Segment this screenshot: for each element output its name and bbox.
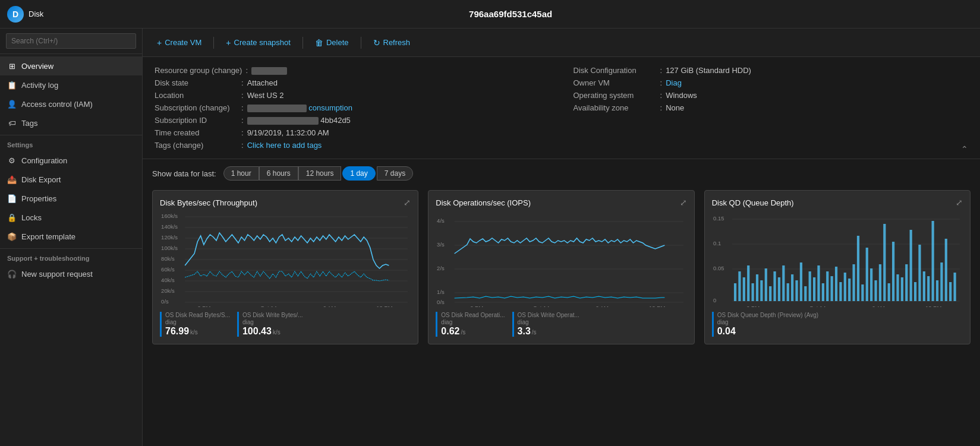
svg-rect-86	[918, 245, 921, 301]
sidebar-item-tags[interactable]: 🏷 Tags	[0, 113, 142, 132]
delete-button[interactable]: 🗑 Delete	[310, 36, 354, 50]
svg-text:140k/s: 140k/s	[161, 224, 178, 230]
sidebar-item-overview[interactable]: ⊞ Overview	[0, 56, 142, 75]
sidebar-item-label: Properties	[21, 194, 56, 203]
time-pill-12hours[interactable]: 12 hours	[298, 166, 342, 181]
svg-rect-83	[905, 264, 907, 301]
svg-text:6 PM: 6 PM	[746, 305, 760, 307]
svg-rect-52	[769, 286, 771, 301]
sidebar-item-activity-log[interactable]: 📋 Activity log	[0, 75, 142, 94]
export-template-icon: 📦	[7, 232, 17, 241]
queue-depth-expand-icon[interactable]: ⤢	[956, 198, 963, 207]
location-label: Location	[155, 91, 238, 100]
time-pill-1hour[interactable]: 1 hour	[223, 166, 259, 181]
subscription-value: consumption	[247, 103, 352, 112]
settings-section-label: Settings	[0, 135, 142, 151]
svg-rect-60	[804, 286, 806, 301]
sidebar-item-export-template[interactable]: 📦 Export template	[0, 227, 142, 246]
svg-rect-56	[786, 283, 789, 301]
svg-rect-50	[760, 280, 762, 301]
svg-rect-48	[751, 283, 754, 301]
svg-rect-75	[870, 268, 872, 301]
sidebar-item-support[interactable]: 🎧 New support request	[0, 264, 142, 283]
svg-rect-69	[843, 273, 846, 301]
iops-chart-card: Disk Operations/sec (IOPS) ⤢ 4/s 3/s 2/s…	[428, 190, 694, 344]
iops-expand-icon[interactable]: ⤢	[680, 198, 687, 207]
svg-text:20k/s: 20k/s	[161, 288, 175, 294]
time-pill-1day[interactable]: 1 day	[342, 166, 375, 181]
access-control-icon: 👤	[7, 99, 17, 109]
collapse-details-button[interactable]: ⌃	[961, 144, 968, 154]
owner-vm-value[interactable]: Diag	[666, 78, 682, 87]
create-snapshot-button[interactable]: + Create snapshot	[221, 36, 295, 50]
svg-rect-91	[940, 262, 943, 301]
refresh-button[interactable]: ↻ Refresh	[368, 36, 415, 50]
availability-zone-row: Availability zone : None	[573, 102, 969, 114]
svg-rect-57	[791, 274, 793, 301]
sidebar-item-label: Access control (IAM)	[21, 100, 93, 109]
activity-log-icon: 📋	[7, 80, 17, 90]
sidebar-item-disk-export[interactable]: 📤 Disk Export	[0, 170, 142, 189]
details-section: Resource group (change) : Disk state : A…	[143, 57, 980, 159]
svg-rect-78	[883, 224, 886, 301]
queue-depth-metrics: OS Disk Queue Depth (Preview) (Avg)diag …	[712, 312, 963, 337]
sidebar-item-label: Tags	[21, 119, 37, 128]
svg-rect-47	[747, 265, 749, 301]
configuration-icon: ⚙	[7, 156, 17, 165]
iops-chart-title: Disk Operations/sec (IOPS)	[436, 198, 531, 207]
svg-text:0.1: 0.1	[713, 241, 721, 246]
create-vm-icon: +	[157, 38, 162, 48]
time-pills: 1 hour 6 hours 12 hours 1 day 7 days	[223, 166, 413, 181]
delete-icon: 🗑	[315, 38, 323, 48]
svg-rect-84	[909, 230, 912, 301]
disk-state-label: Disk state	[155, 78, 238, 87]
queue-depth-chart-area: 0.15 0.1 0.05 0	[712, 212, 963, 307]
sidebar-item-locks[interactable]: 🔒 Locks	[0, 208, 142, 227]
tags-value[interactable]: Click here to add tags	[247, 141, 322, 150]
availability-zone-label: Availability zone	[573, 103, 657, 112]
sidebar-item-access-control[interactable]: 👤 Access control (IAM)	[0, 94, 142, 113]
time-pill-7days[interactable]: 7 days	[377, 166, 413, 181]
svg-rect-55	[782, 265, 784, 301]
svg-text:Oct 14: Oct 14	[533, 305, 550, 307]
location-row: Location : West US 2	[155, 89, 550, 102]
queue-depth-chart-card: Disk QD (Queue Depth) ⤢ 0.15 0.1 0.05 0	[704, 190, 970, 344]
search-input[interactable]	[6, 33, 136, 49]
create-vm-button[interactable]: + Create VM	[152, 36, 206, 50]
svg-text:6 AM: 6 AM	[872, 305, 885, 307]
svg-rect-77	[879, 264, 881, 301]
support-section-label: Support + troubleshooting	[0, 248, 142, 264]
svg-rect-61	[808, 271, 811, 301]
subscription-id-row: Subscription ID : 4bb42d5	[155, 114, 550, 126]
time-pill-6hours[interactable]: 6 hours	[259, 166, 298, 181]
svg-text:6 AM: 6 AM	[596, 305, 609, 307]
svg-text:Oct 14: Oct 14	[260, 305, 277, 307]
svg-text:4/s: 4/s	[437, 218, 445, 224]
subscription-label: Subscription (change)	[155, 103, 238, 112]
svg-rect-46	[742, 277, 745, 301]
sidebar-item-configuration[interactable]: ⚙ Configuration	[0, 151, 142, 170]
svg-rect-79	[887, 283, 890, 301]
os-label: Operating system	[573, 91, 657, 100]
svg-text:0.05: 0.05	[713, 265, 724, 271]
throughput-expand-icon[interactable]: ⤢	[404, 198, 411, 207]
iops-chart-area: 4/s 3/s 2/s 1/s 0/s	[436, 212, 686, 307]
sidebar-item-label: Export template	[21, 232, 75, 241]
svg-text:160k/s: 160k/s	[161, 213, 178, 219]
svg-text:0: 0	[713, 298, 716, 303]
tags-row: Tags (change) : Click here to add tags	[155, 139, 550, 151]
svg-rect-66	[830, 276, 833, 301]
svg-rect-63	[817, 265, 820, 301]
svg-rect-49	[756, 274, 758, 301]
svg-rect-74	[865, 248, 868, 301]
content-area: + Create VM + Create snapshot 🗑 Delete ↻…	[143, 29, 980, 446]
throughput-chart-title: Disk Bytes/sec (Throughput)	[160, 198, 257, 207]
owner-vm-row: Owner VM : Diag	[573, 77, 969, 89]
sidebar-item-properties[interactable]: 📄 Properties	[0, 189, 142, 208]
svg-rect-59	[799, 262, 802, 301]
toolbar-divider-2	[302, 37, 303, 49]
throughput-chart-card: Disk Bytes/sec (Throughput) ⤢ 160k/s 140…	[152, 190, 418, 344]
throughput-write-metric: OS Disk Write Bytes/...diag 100.43 k/s	[237, 312, 303, 337]
charts-grid: Disk Bytes/sec (Throughput) ⤢ 160k/s 140…	[152, 190, 970, 344]
disk-config-label: Disk Configuration	[573, 66, 657, 75]
